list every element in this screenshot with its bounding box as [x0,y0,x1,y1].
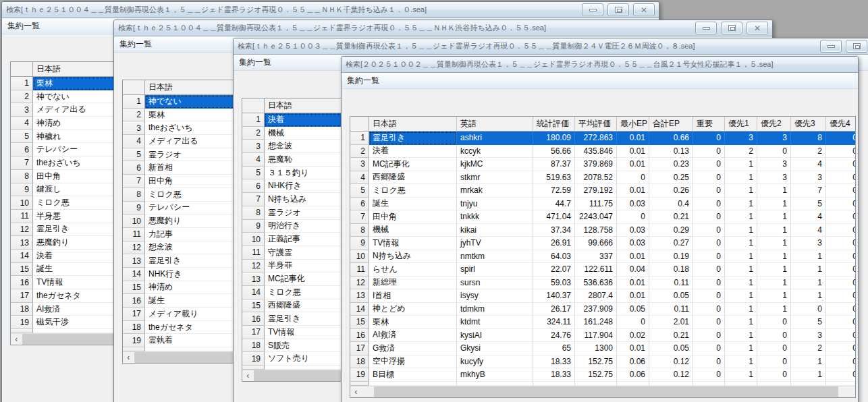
cell[interactable]: 3 [725,132,757,145]
cell[interactable]: 0.29 [649,224,693,237]
cell[interactable]: 機械 [369,224,457,237]
cell[interactable]: 22.07 [533,263,575,277]
cell[interactable]: 152.75 [575,355,617,369]
row-number[interactable]: 1 [123,95,145,109]
cell[interactable]: ミロク悪 [369,184,457,198]
cell[interactable]: 2.01 [649,316,693,329]
column-header[interactable]: 優先4 [826,117,855,132]
table-row[interactable]: 7田中角tnkkk471.042243.04700.2101140 [350,210,855,224]
cell[interactable]: 1 [757,289,791,303]
cell[interactable]: 279.192 [575,184,617,198]
row-number[interactable]: 14 [242,286,265,299]
row-number[interactable]: 3 [350,158,369,171]
row-number[interactable]: 9 [11,183,33,197]
cell[interactable]: 237.909 [575,303,617,316]
row-number[interactable]: 7 [350,210,369,224]
cell[interactable]: 1 [725,184,757,198]
cell[interactable]: kucyfy [457,355,533,369]
scrollbar-track[interactable] [362,386,374,397]
cell[interactable]: 1 [791,289,826,303]
column-header[interactable]: 日本語 [369,117,457,132]
scroll-left-arrow-button[interactable]: ‹ [350,386,362,397]
cell[interactable]: 0 [826,145,855,159]
cell[interactable]: 0 [617,171,649,185]
row-number[interactable]: 6 [123,161,145,175]
cell[interactable]: G救済 [369,342,457,355]
horizontal-scrollbar[interactable]: ‹ [350,386,855,397]
window-titlebar[interactable]: 検索[ｔｈｅ２５１００４＿＿質量制御再現公表１，５＿＿ジェド霊界ラジオ再現０．５… [2,2,659,18]
cell[interactable]: 1 [757,263,791,277]
row-number[interactable]: 18 [11,303,33,316]
cell[interactable]: 64.03 [533,250,575,264]
cell[interactable]: AI救済 [369,329,457,343]
cell[interactable]: tnjyu [457,198,533,211]
cell[interactable]: tnkkk [457,210,533,224]
row-number[interactable]: 18 [123,321,145,335]
cell[interactable]: 0 [791,303,826,316]
cell[interactable]: 161.248 [575,316,617,329]
cell[interactable]: 0 [826,198,855,211]
cell[interactable]: tdmkm [457,303,533,316]
row-number[interactable]: 14 [123,268,145,281]
column-header[interactable]: 統計評価 [533,117,575,132]
cell[interactable]: 0.02 [617,329,649,343]
cell[interactable]: 0.11 [649,303,693,316]
cell[interactable]: 0 [693,171,725,185]
row-number[interactable]: 6 [242,179,265,193]
cell[interactable]: 0 [826,316,855,329]
row-number[interactable]: 18 [242,339,265,353]
table-row[interactable]: 2決着kccyk56.66435.8460.010.1302020 [350,145,855,159]
cell[interactable]: 0.06 [617,355,649,369]
row-number[interactable]: 7 [123,175,145,188]
row-number[interactable]: 9 [242,220,265,233]
cell[interactable]: 26.17 [533,303,575,316]
cell[interactable]: ashkri [457,132,533,145]
cell[interactable]: 1 [757,277,791,290]
cell[interactable]: 0 [693,145,725,159]
row-number[interactable]: 15 [123,281,145,295]
cell[interactable]: nmtkm [457,250,533,264]
cell[interactable]: jyhTV [457,237,533,250]
cell[interactable]: 5 [791,198,826,211]
cell[interactable]: 0.01 [617,158,649,171]
row-number[interactable]: 11 [350,263,369,277]
cell[interactable]: 西郷隆盛 [369,171,457,185]
row-number[interactable]: 8 [350,224,369,237]
cell[interactable]: 霊足引き [369,132,457,145]
cell[interactable]: 1 [725,263,757,277]
table-row[interactable]: 6誕生tnjyu44.7111.750.030.401150 [350,198,855,211]
row-number[interactable]: 10 [123,214,145,228]
cell[interactable]: 1 [725,158,757,171]
cell[interactable]: mkhyB [457,368,533,382]
table-row[interactable]: 13I首相isysy140.372807.40.010.0501110 [350,289,855,303]
cell[interactable]: 65 [533,342,575,355]
cell[interactable]: MC記事化 [369,158,457,171]
cell[interactable]: 0.26 [649,184,693,198]
row-number[interactable]: 1 [242,113,265,127]
cell[interactable]: 0 [757,368,791,382]
cell[interactable]: 0.04 [617,263,649,277]
cell[interactable]: 44.7 [533,198,575,211]
cell[interactable]: 0 [617,316,649,329]
row-number[interactable]: 10 [242,233,265,246]
cell[interactable]: 栗林 [369,316,457,329]
cell[interactable]: 0.03 [617,198,649,211]
cell[interactable]: 519.63 [533,171,575,185]
cell[interactable]: 0.05 [617,303,649,316]
cell[interactable]: 0 [617,210,649,224]
table-row[interactable]: 11らせんspirl22.07122.6110.040.1801110 [350,263,855,277]
maximize-button[interactable] [846,40,867,53]
cell[interactable]: 新総理 [369,277,457,290]
cell[interactable]: 0 [826,289,855,303]
row-number[interactable]: 14 [350,303,369,316]
row-number[interactable]: 2 [123,109,145,122]
cell[interactable]: 0 [693,263,725,277]
table-row[interactable]: 3MC記事化kjkMC87.37379.8690.010.2301340 [350,158,855,171]
cell[interactable]: 2243.047 [575,210,617,224]
close-button[interactable]: ✕ [633,3,655,16]
row-number[interactable]: 6 [350,198,369,211]
cell[interactable]: 272.863 [575,132,617,145]
cell[interactable]: 空中浮揚 [369,355,457,369]
cell[interactable]: 0 [693,210,725,224]
cell[interactable]: 536.636 [575,277,617,290]
